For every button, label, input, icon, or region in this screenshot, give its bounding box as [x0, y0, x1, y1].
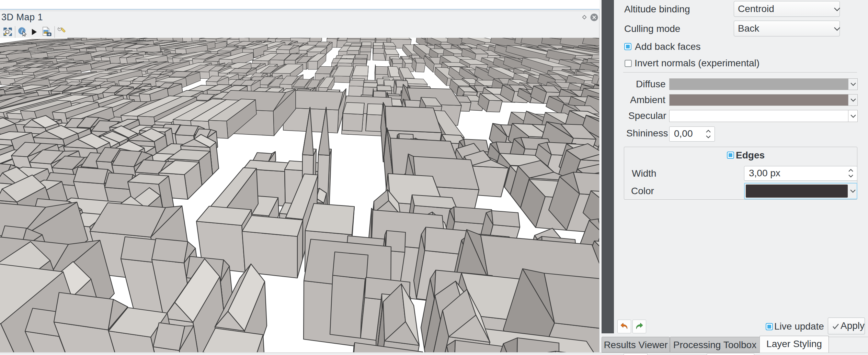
svg-text:i: i — [21, 28, 23, 34]
